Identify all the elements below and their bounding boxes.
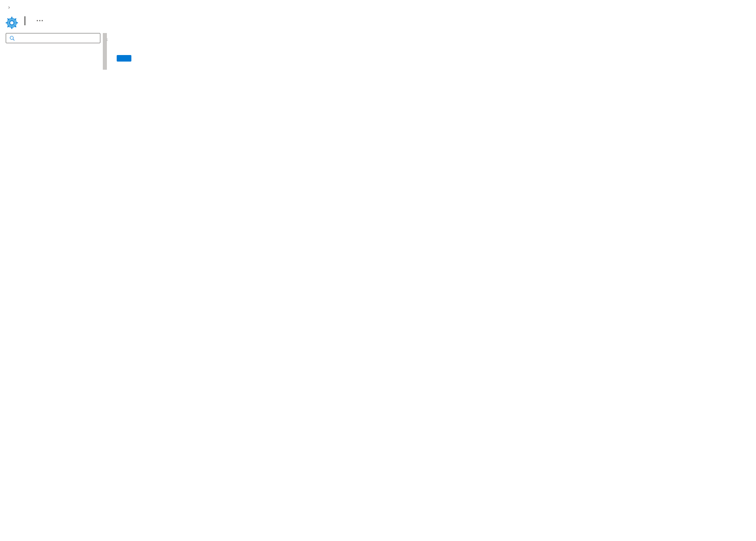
svg-line-7	[15, 26, 16, 27]
chevron-right-icon: ›	[8, 4, 10, 10]
svg-line-11	[13, 39, 15, 40]
vm-gear-icon	[6, 17, 18, 29]
svg-point-10	[10, 36, 13, 39]
svg-line-8	[7, 26, 9, 27]
svg-point-1	[10, 21, 14, 25]
manage-sql-vm-button[interactable]	[117, 55, 131, 62]
sidebar: «	[0, 33, 106, 70]
search-input-wrap[interactable]	[6, 33, 100, 43]
page-title: | ···	[23, 14, 756, 26]
scrollbar-track[interactable]	[103, 33, 108, 70]
content-pane	[106, 33, 481, 70]
search-icon	[9, 35, 15, 41]
breadcrumb: ›	[0, 0, 756, 13]
scrollbar-thumb[interactable]	[103, 33, 107, 70]
page-header: | ···	[0, 13, 756, 33]
search-input[interactable]	[18, 35, 97, 41]
svg-line-9	[15, 18, 16, 20]
more-button[interactable]: ···	[36, 17, 44, 25]
svg-line-6	[7, 18, 9, 20]
